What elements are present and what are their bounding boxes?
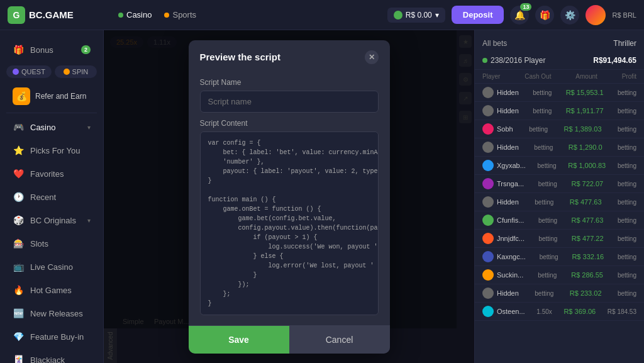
- sidebar-item-blackjack[interactable]: 🃏 Blackjack: [4, 349, 99, 363]
- player-row: Jnnjdfc... betting R$ 477.22 betting: [475, 230, 644, 248]
- col-cashout: Cash Out: [525, 73, 551, 80]
- player-amount: R$ 369.06: [564, 308, 596, 315]
- refer-icon: 💰: [13, 87, 30, 105]
- coin-icon: [394, 11, 402, 20]
- top-player-name: 238/2016 Player: [482, 56, 545, 65]
- sidebar-divider-1: [6, 113, 97, 113]
- nav-casino[interactable]: Casino: [118, 10, 152, 20]
- right-panel: All bets Thriller 238/2016 Player R$91,4…: [474, 30, 644, 363]
- notification-button[interactable]: 🔔 13: [510, 6, 529, 25]
- player-amount: R$ 15,953.1: [566, 89, 604, 96]
- sidebar-item-bonus[interactable]: 🎁 Bonus 2: [4, 38, 99, 61]
- nav-sports[interactable]: Sports: [164, 10, 196, 20]
- player-profit: betting: [618, 108, 636, 114]
- recent-icon: 🕐: [13, 191, 24, 203]
- bonus-icon: 🎁: [13, 44, 24, 55]
- username-label: R$ BRL: [612, 11, 636, 19]
- player-name: Hidden: [482, 105, 519, 116]
- player-row: Hidden betting R$ 1,290.0 betting: [475, 138, 644, 157]
- main-layout: 🎁 Bonus 2 QUEST SPIN 💰 Refer and Earn: [0, 30, 644, 363]
- modal-overlay: Preview the script ✕ Script Name Script …: [104, 30, 474, 363]
- player-amount: R$ 1,290.0: [569, 143, 602, 151]
- player-avatar: [482, 251, 494, 262]
- spin-button[interactable]: SPIN: [55, 65, 97, 78]
- sidebar-item-favorites[interactable]: ❤️ Favorites: [4, 162, 99, 185]
- player-cashout: betting: [538, 272, 557, 279]
- player-name: Xgyxab...: [482, 160, 526, 171]
- bonus-badge: 2: [81, 45, 91, 54]
- script-name-label: Script Name: [200, 78, 379, 87]
- player-avatar: [482, 160, 494, 171]
- player-amount: R$ 286.55: [571, 271, 603, 279]
- gift-icon: 🎁: [540, 10, 550, 20]
- sidebar-item-live-casino[interactable]: 📺 Live Casino: [4, 255, 99, 278]
- player-avatar: [482, 215, 494, 226]
- logo-icon: G: [8, 6, 25, 24]
- sports-dot: [164, 13, 169, 18]
- avatar[interactable]: [586, 5, 606, 25]
- player-profit: R$ 184.53: [608, 308, 636, 315]
- player-amount: R$ 1,000.83: [568, 162, 606, 169]
- player-amount: R$ 1,911.77: [566, 107, 604, 114]
- player-avatar: [482, 269, 494, 281]
- player-row: Osteen... 1.50x R$ 369.06 R$ 184.53: [475, 303, 644, 321]
- player-cashout: 1.50x: [536, 308, 552, 315]
- settings-button[interactable]: ⚙️: [560, 6, 579, 25]
- all-bets-label: All bets: [482, 39, 507, 48]
- player-name: Hidden: [482, 288, 519, 299]
- player-amount: R$ 233.02: [570, 289, 602, 297]
- player-cashout: betting: [538, 235, 557, 242]
- player-row: Xgyxab... betting R$ 1,000.83 betting: [475, 157, 644, 175]
- logo-area: G BC.GAME: [8, 6, 108, 24]
- sidebar-item-picks[interactable]: ⭐ Picks For You: [4, 139, 99, 162]
- script-name-input[interactable]: [200, 91, 379, 113]
- modal-close-button[interactable]: ✕: [365, 50, 379, 64]
- quest-button[interactable]: QUEST: [6, 65, 52, 78]
- player-profit: betting: [618, 235, 636, 242]
- spin-dot: [64, 69, 70, 75]
- player-name: Osteen...: [482, 306, 525, 317]
- sidebar-item-new-releases[interactable]: 🆕 New Releases: [4, 302, 99, 325]
- sidebar: 🎁 Bonus 2 QUEST SPIN 💰 Refer and Earn: [0, 30, 104, 363]
- top-player-amount: R$91,494.65: [593, 56, 636, 65]
- balance-button[interactable]: R$ 0.00 ▾: [387, 8, 445, 23]
- cancel-button[interactable]: Cancel: [289, 326, 390, 354]
- deposit-button[interactable]: Deposit: [452, 6, 504, 24]
- sidebar-item-bc-originals[interactable]: 🎲 BC Originals ▾: [4, 209, 99, 232]
- player-cashout: betting: [540, 254, 558, 260]
- player-amount: R$ 477.22: [572, 235, 604, 242]
- player-profit: betting: [618, 181, 636, 187]
- player-avatar: [482, 142, 494, 153]
- player-profit: betting: [618, 144, 636, 151]
- player-profit: betting: [618, 199, 636, 206]
- player-amount: R$ 332.16: [572, 253, 604, 260]
- player-profit: betting: [618, 290, 636, 297]
- player-profit: betting: [618, 162, 636, 169]
- modal-footer: Save Cancel: [189, 325, 390, 354]
- new-releases-icon: 🆕: [13, 308, 24, 319]
- player-row: Hidden betting R$ 477.63 betting: [475, 193, 644, 211]
- sidebar-item-refer[interactable]: 💰 Refer and Earn: [4, 82, 99, 110]
- player-cashout: betting: [538, 181, 557, 187]
- player-row: Hidden betting R$ 1,911.77 betting: [475, 102, 644, 120]
- sidebar-item-casino[interactable]: 🎮 Casino ▾: [4, 116, 99, 138]
- sidebar-item-feature-buy-in[interactable]: 💎 Feature Buy-in: [4, 325, 99, 348]
- player-avatar: [482, 105, 494, 116]
- feature-icon: 💎: [13, 331, 24, 342]
- header: G BC.GAME Casino Sports R$ 0.00 ▾ Deposi…: [0, 0, 644, 30]
- nav-links: Casino Sports: [118, 10, 196, 20]
- sidebar-item-recent[interactable]: 🕐 Recent: [4, 186, 99, 208]
- save-button[interactable]: Save: [189, 326, 289, 354]
- gift-button[interactable]: 🎁: [535, 6, 554, 25]
- col-amount: Amount: [575, 73, 597, 80]
- logo-text: BC.GAME: [29, 9, 74, 20]
- header-right: R$ 0.00 ▾ Deposit 🔔 13 🎁 ⚙️ R$ BRL: [387, 5, 636, 25]
- col-profit: Profit: [622, 73, 636, 80]
- player-row: Hidden betting R$ 15,953.1 betting: [475, 84, 644, 102]
- sidebar-item-slots[interactable]: 🎰 Slots: [4, 232, 99, 255]
- sidebar-item-hot-games[interactable]: 🔥 Hot Games: [4, 279, 99, 301]
- preview-script-modal: Preview the script ✕ Script Name Script …: [189, 40, 390, 354]
- player-name: Hidden: [482, 142, 519, 153]
- chevron-down-icon: ▾: [435, 11, 439, 20]
- thriller-label: Thriller: [613, 39, 636, 48]
